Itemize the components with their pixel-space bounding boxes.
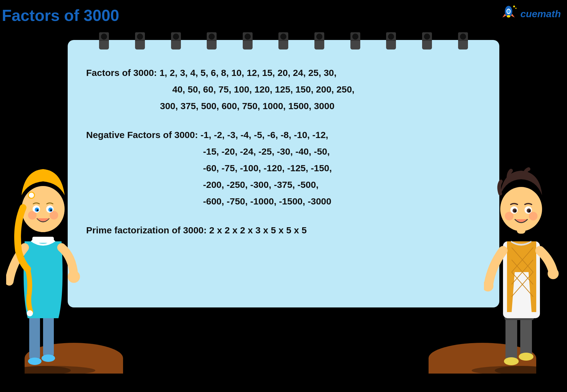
svg-point-13 bbox=[28, 358, 42, 365]
svg-point-23 bbox=[37, 209, 38, 211]
svg-rect-28 bbox=[32, 237, 54, 243]
svg-point-14 bbox=[42, 354, 55, 362]
notebook-content: Factors of 3000: 1, 2, 3, 4, 5, 6, 8, 10… bbox=[86, 65, 481, 239]
factors-section: Factors of 3000: 1, 2, 3, 4, 5, 6, 8, 10… bbox=[86, 65, 481, 114]
svg-point-45 bbox=[500, 187, 542, 231]
page-title: Factors of 3000 bbox=[2, 6, 119, 24]
svg-point-8 bbox=[513, 6, 515, 7]
logo-area: cuemath bbox=[499, 5, 561, 23]
rocket-icon bbox=[499, 5, 518, 23]
spiral-5 bbox=[243, 32, 253, 49]
svg-point-50 bbox=[514, 210, 516, 212]
girl-character bbox=[0, 158, 86, 374]
spiral-8 bbox=[350, 32, 360, 49]
svg-point-32 bbox=[504, 357, 519, 365]
svg-rect-31 bbox=[520, 315, 532, 358]
notebook-container: Factors of 3000: 1, 2, 3, 4, 5, 6, 8, 10… bbox=[68, 31, 499, 307]
factors-line2: 40, 50, 60, 75, 100, 120, 125, 150, 200,… bbox=[86, 81, 481, 98]
svg-point-10 bbox=[15, 366, 71, 374]
spiral-7 bbox=[314, 32, 324, 49]
negative-factors-section: Negative Factors of 3000: -1, -2, -3, -4… bbox=[86, 127, 481, 210]
boy-svg bbox=[484, 164, 561, 374]
svg-point-18 bbox=[27, 310, 33, 316]
svg-rect-30 bbox=[505, 315, 517, 361]
factors-line1: Factors of 3000: 1, 2, 3, 4, 5, 6, 8, 10… bbox=[86, 65, 481, 81]
svg-point-9 bbox=[515, 8, 517, 9]
spiral-1 bbox=[99, 32, 109, 49]
svg-point-15 bbox=[68, 271, 80, 283]
svg-point-52 bbox=[505, 212, 513, 220]
svg-point-43 bbox=[548, 268, 559, 279]
negative-line3: -60, -75, -100, -120, -125, -150, bbox=[86, 160, 481, 176]
notebook: Factors of 3000: 1, 2, 3, 4, 5, 6, 8, 10… bbox=[68, 40, 499, 307]
svg-point-51 bbox=[529, 210, 530, 212]
factors-line3: 300, 375, 500, 600, 750, 1000, 1500, 300… bbox=[86, 98, 481, 114]
svg-point-17 bbox=[22, 186, 65, 232]
prime-factorization-section: Prime factorization of 3000: 2 x 2 x 2 x… bbox=[86, 222, 481, 239]
svg-point-26 bbox=[50, 211, 58, 220]
svg-point-3 bbox=[507, 10, 510, 13]
header: Factors of 3000 bbox=[2, 6, 119, 25]
svg-point-25 bbox=[28, 211, 37, 220]
girl-svg bbox=[6, 164, 80, 374]
spiral-2 bbox=[135, 32, 145, 49]
spiral-10 bbox=[422, 32, 432, 49]
svg-point-29 bbox=[495, 366, 550, 374]
spiral-6 bbox=[278, 32, 288, 49]
svg-rect-11 bbox=[29, 312, 40, 361]
svg-point-27 bbox=[28, 192, 34, 198]
negative-line5: -600, -750, -1000, -1500, -3000 bbox=[86, 193, 481, 210]
spiral-11 bbox=[458, 32, 468, 49]
negative-line2: -15, -20, -24, -25, -30, -40, -50, bbox=[86, 143, 481, 160]
negative-line1: Negative Factors of 3000: -1, -2, -3, -4… bbox=[86, 127, 481, 143]
spiral-3 bbox=[171, 32, 181, 49]
logo-text: cuemath bbox=[520, 8, 561, 20]
svg-point-6 bbox=[507, 15, 510, 18]
spirals bbox=[86, 31, 481, 49]
svg-rect-12 bbox=[43, 312, 54, 358]
boy-character bbox=[481, 158, 567, 374]
svg-point-24 bbox=[50, 209, 52, 211]
prime-line: Prime factorization of 3000: 2 x 2 x 2 x… bbox=[86, 222, 481, 239]
spiral-4 bbox=[207, 32, 217, 49]
spiral-9 bbox=[386, 32, 396, 49]
svg-point-33 bbox=[519, 353, 533, 361]
negative-line4: -200, -250, -300, -375, -500, bbox=[86, 176, 481, 193]
svg-point-53 bbox=[529, 212, 537, 220]
